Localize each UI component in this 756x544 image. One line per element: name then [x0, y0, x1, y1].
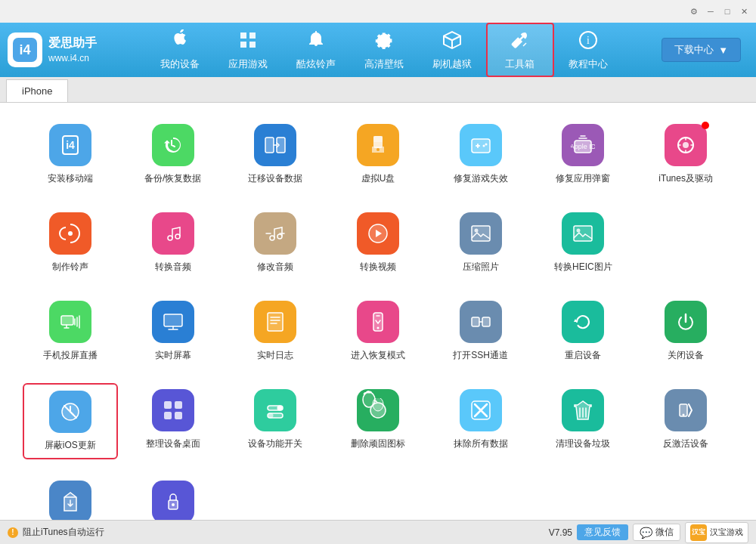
svg-rect-30 [164, 314, 182, 326]
svg-text:i: i [587, 35, 590, 46]
tool-real-screen[interactable]: 实时屏幕 [125, 295, 221, 368]
status-left: ! 阻止iTunes自动运行 [8, 526, 541, 539]
tool-deactivate[interactable]: 反激活设备 [638, 383, 733, 459]
svg-rect-25 [472, 226, 490, 241]
real-screen-label: 实时屏幕 [155, 349, 191, 362]
real-log-icon [254, 301, 296, 343]
itunes-warning-icon: ! [8, 527, 18, 538]
nav-toolbox[interactable]: 工具箱 [486, 23, 554, 77]
svg-rect-37 [164, 401, 172, 409]
info-icon: i [578, 29, 599, 54]
settings-btn[interactable]: ⚙ [688, 5, 700, 17]
tool-recovery-mode[interactable]: 进入恢复模式 [330, 295, 426, 368]
wechat-box[interactable]: 💬 微信 [633, 524, 680, 541]
nav-ringtone[interactable]: 酷炫铃声 [282, 23, 350, 77]
tool-clean-junk[interactable]: 清理设备垃圾 [536, 383, 631, 459]
tool-shutdown-device[interactable]: 关闭设备 [638, 295, 733, 368]
organize-desktop-label: 整理设备桌面 [146, 437, 200, 450]
compress-photo-icon [460, 212, 502, 255]
nav-tutorial[interactable]: i 教程中心 [554, 23, 622, 77]
download-btn[interactable]: 下载中心 ▼ [662, 38, 741, 62]
feature-toggle-label: 设备功能开关 [248, 437, 302, 450]
clean-junk-icon [562, 389, 604, 431]
tool-compress-photo[interactable]: 压缩照片 [433, 206, 528, 280]
tool-itunes-driver[interactable]: iTunes及驱动 [638, 118, 733, 191]
header: i4 爱思助手 www.i4.cn 我的设备 应用游戏 酷炫铃声 [0, 23, 756, 77]
svg-rect-10 [373, 136, 383, 142]
convert-heic-label: 转换HEIC图片 [554, 261, 612, 274]
tool-organize-desktop[interactable]: 整理设备桌面 [125, 383, 221, 459]
tool-migrate-data[interactable]: 迁移设备数据 [228, 118, 323, 191]
tab-bar: iPhone [0, 77, 756, 103]
watermark-box: 汉宝 汉宝游戏 [685, 522, 748, 543]
tool-screen-cast[interactable]: 手机投屏直播 [23, 295, 118, 368]
tool-convert-audio[interactable]: 转换音频 [125, 206, 221, 280]
nav-my-device[interactable]: 我的设备 [146, 23, 214, 77]
real-screen-icon [152, 301, 194, 343]
nav-jailbreak[interactable]: 刷机越狱 [418, 23, 486, 77]
svg-point-26 [474, 229, 478, 233]
convert-heic-icon [562, 212, 604, 255]
svg-point-52 [172, 503, 175, 506]
itunes-driver-icon [665, 124, 707, 166]
tool-convert-video[interactable]: 转换视频 [330, 206, 426, 280]
svg-point-20 [168, 236, 172, 240]
tool-install-app[interactable]: i4 安装移动端 [23, 118, 118, 191]
screen-cast-icon [49, 301, 91, 343]
svg-rect-35 [482, 317, 490, 326]
close-btn[interactable]: ✕ [738, 5, 750, 17]
logo-icon: i4 [8, 32, 42, 67]
tool-feature-toggle[interactable]: 设备功能开关 [228, 383, 323, 459]
tool-backup-restore[interactable]: 备份/恢复数据 [125, 118, 221, 191]
title-bar: ⚙ ─ □ ✕ [0, 0, 756, 23]
iphone-tab[interactable]: iPhone [6, 79, 68, 102]
tool-erase-all[interactable]: 抹除所有数据 [433, 383, 528, 459]
virtual-udisk-label: 虚拟U盘 [361, 172, 395, 185]
tool-fix-game[interactable]: 修复游戏失效 [433, 118, 528, 191]
shutdown-device-icon [665, 301, 707, 343]
minimize-btn[interactable]: ─ [705, 5, 717, 17]
nav-ringtone-label: 酷炫铃声 [296, 57, 336, 71]
svg-point-28 [577, 229, 581, 233]
svg-rect-7 [265, 138, 274, 153]
modify-audio-label: 修改音频 [257, 261, 293, 274]
virtual-udisk-icon [357, 124, 399, 166]
svg-point-50 [683, 414, 685, 416]
itunes-driver-label: iTunes及驱动 [658, 172, 713, 185]
tool-real-log[interactable]: 实时日志 [228, 295, 323, 368]
feedback-btn[interactable]: 意见反馈 [577, 524, 628, 540]
delete-icon-icon [357, 389, 399, 431]
svg-point-13 [482, 145, 485, 147]
svg-point-23 [277, 234, 282, 239]
badge-dot [702, 122, 709, 129]
nav-my-device-label: 我的设备 [160, 57, 200, 71]
migrate-data-icon [254, 124, 296, 166]
convert-video-icon [357, 212, 399, 255]
tool-access-limit[interactable]: 访问限制 [125, 474, 221, 520]
svg-rect-34 [472, 317, 479, 326]
tool-fix-app-popup[interactable]: Apple ID 修复应用弹窗 [536, 118, 631, 191]
tool-open-ssh[interactable]: 打开SSH通道 [433, 295, 528, 368]
nav-wallpaper[interactable]: 高清壁纸 [350, 23, 418, 77]
tool-modify-audio[interactable]: 修改音频 [228, 206, 323, 280]
maximize-btn[interactable]: □ [721, 5, 733, 17]
tool-virtual-udisk[interactable]: 虚拟U盘 [330, 118, 426, 191]
main-content: i4 安装移动端 备份/恢复数据 迁移设备数据 虚拟U盘 [0, 103, 756, 520]
svg-point-22 [270, 236, 274, 240]
svg-rect-40 [175, 412, 182, 419]
wrench-icon [510, 29, 531, 54]
empty-slot-1 [638, 206, 733, 280]
nav-items: 我的设备 应用游戏 酷炫铃声 高清壁纸 刷机越狱 [106, 23, 662, 77]
tool-download-firm[interactable]: 下载固件 [23, 474, 118, 520]
svg-text:Apple ID: Apple ID [571, 143, 595, 150]
nav-app-game[interactable]: 应用游戏 [214, 23, 282, 77]
tool-block-update[interactable]: 屏蔽iOS更新 [23, 383, 118, 459]
tool-convert-heic[interactable]: 转换HEIC图片 [536, 206, 631, 280]
app-icon [237, 29, 259, 54]
tool-make-ringtone[interactable]: 制作铃声 [23, 206, 118, 280]
recovery-mode-label: 进入恢复模式 [351, 349, 405, 362]
svg-point-18 [683, 142, 689, 148]
deactivate-icon [665, 389, 707, 431]
tool-restart-device[interactable]: 重启设备 [536, 295, 631, 368]
tool-delete-icon[interactable]: 删除顽固图标 [330, 383, 426, 459]
